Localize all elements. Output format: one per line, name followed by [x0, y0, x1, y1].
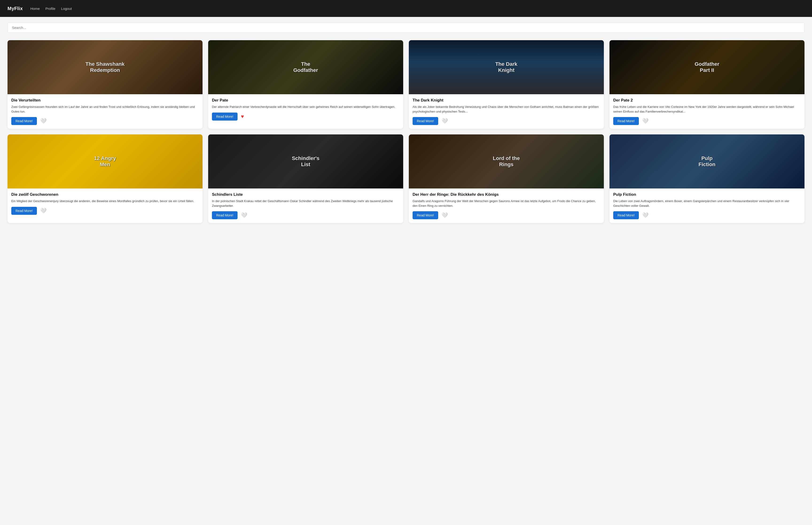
movie-card: 12 AngryMen Die zwölf Geschworenen Ein M… — [7, 134, 202, 223]
like-button[interactable]: 🤍 — [642, 118, 648, 124]
movie-card: PulpFiction Pulp Fiction Die Leben von z… — [610, 134, 805, 223]
movie-poster: PulpFiction — [610, 134, 805, 189]
main-nav: Home Profile Logout — [30, 6, 72, 11]
card-actions: Read More! 🤍 — [613, 211, 801, 219]
card-body: Der Herr der Ringe: Die Rückkehr des Kön… — [409, 189, 604, 223]
movie-poster: Schindler'sList — [208, 134, 403, 189]
movie-description: In der polnischen Stadt Krakau rettet de… — [212, 199, 399, 208]
movie-description: Als die als Joker bekannte Bedrohung Ver… — [413, 105, 600, 114]
card-body: The Dark Knight Als die als Joker bekann… — [409, 94, 604, 129]
movie-card: Lord of theRings Der Herr der Ringe: Die… — [409, 134, 604, 223]
like-button[interactable]: 🤍 — [241, 213, 247, 218]
movie-title: Die zwölf Geschworenen — [11, 192, 199, 197]
movie-title: Der Pate — [212, 98, 399, 103]
movie-poster: 12 AngryMen — [7, 134, 202, 189]
movie-description: Die Leben von zwei Auftragsmördern, eine… — [613, 199, 801, 208]
movie-title: Der Pate 2 — [613, 98, 801, 103]
card-body: Pulp Fiction Die Leben von zwei Auftrags… — [610, 189, 805, 223]
movie-title: Die Verurteilten — [11, 98, 199, 103]
card-body: Die Verurteilten Zwei Gefängnisinsassen … — [7, 94, 202, 129]
movie-description: Der alternde Patriarch einer Verbrecherd… — [212, 105, 399, 109]
movie-poster: The DarkKnight — [409, 40, 604, 94]
card-actions: Read More! 🤍 — [11, 207, 199, 215]
read-more-button[interactable]: Read More! — [11, 207, 37, 215]
card-actions: Read More! 🤍 — [11, 117, 199, 125]
read-more-button[interactable]: Read More! — [212, 112, 238, 121]
like-button[interactable]: 🤍 — [642, 213, 648, 218]
card-body: Der Pate Der alternde Patriarch einer Ve… — [208, 94, 403, 124]
movie-card: The DarkKnight The Dark Knight Als die a… — [409, 40, 604, 129]
like-button[interactable]: 🤍 — [40, 208, 47, 213]
movie-poster: Lord of theRings — [409, 134, 604, 189]
movie-poster: The ShawshankRedemption — [7, 40, 202, 94]
card-body: Schindlers Liste In der polnischen Stadt… — [208, 189, 403, 223]
movie-card: Schindler'sList Schindlers Liste In der … — [208, 134, 403, 223]
card-body: Die zwölf Geschworenen Ein Mitglied der … — [7, 189, 202, 219]
card-actions: Read More! ♥ — [212, 112, 399, 121]
read-more-button[interactable]: Read More! — [613, 211, 639, 219]
card-actions: Read More! 🤍 — [212, 211, 399, 219]
read-more-button[interactable]: Read More! — [413, 211, 438, 219]
card-actions: Read More! 🤍 — [613, 117, 801, 125]
like-button[interactable]: ♥ — [241, 114, 244, 119]
movie-card: GodfatherPart II Der Pate 2 Das frühe Le… — [610, 40, 805, 129]
movie-title: Der Herr der Ringe: Die Rückkehr des Kön… — [413, 192, 600, 197]
movie-poster: TheGodfather — [208, 40, 403, 94]
movie-poster: GodfatherPart II — [610, 40, 805, 94]
search-container — [0, 17, 812, 34]
movie-card: The ShawshankRedemption Die Verurteilten… — [7, 40, 202, 129]
movie-title: Schindlers Liste — [212, 192, 399, 197]
movie-title: The Dark Knight — [413, 98, 600, 103]
movie-card: TheGodfather Der Pate Der alternde Patri… — [208, 40, 403, 129]
like-button[interactable]: 🤍 — [442, 118, 448, 124]
movies-grid: The ShawshankRedemption Die Verurteilten… — [0, 34, 812, 229]
logo: MyFlix — [7, 6, 23, 11]
like-button[interactable]: 🤍 — [40, 118, 47, 124]
read-more-button[interactable]: Read More! — [212, 211, 238, 219]
movie-description: Gandalfs und Aragorns Führung der Welt d… — [413, 199, 600, 208]
search-input[interactable] — [7, 22, 805, 33]
movie-title: Pulp Fiction — [613, 192, 801, 197]
read-more-button[interactable]: Read More! — [613, 117, 639, 125]
nav-profile[interactable]: Profile — [45, 6, 56, 11]
read-more-button[interactable]: Read More! — [413, 117, 438, 125]
header: MyFlix Home Profile Logout — [0, 0, 812, 17]
movie-description: Ein Mitglied der Geschworenenjury überze… — [11, 199, 199, 204]
movie-description: Zwei Gefängnisinsassen freunden sich im … — [11, 105, 199, 114]
card-actions: Read More! 🤍 — [413, 211, 600, 219]
nav-logout[interactable]: Logout — [61, 6, 72, 11]
like-button[interactable]: 🤍 — [442, 213, 448, 218]
read-more-button[interactable]: Read More! — [11, 117, 37, 125]
card-body: Der Pate 2 Das frühe Leben und die Karri… — [610, 94, 805, 129]
nav-home[interactable]: Home — [30, 6, 40, 11]
card-actions: Read More! 🤍 — [413, 117, 600, 125]
movie-description: Das frühe Leben und die Karriere von Vit… — [613, 105, 801, 114]
